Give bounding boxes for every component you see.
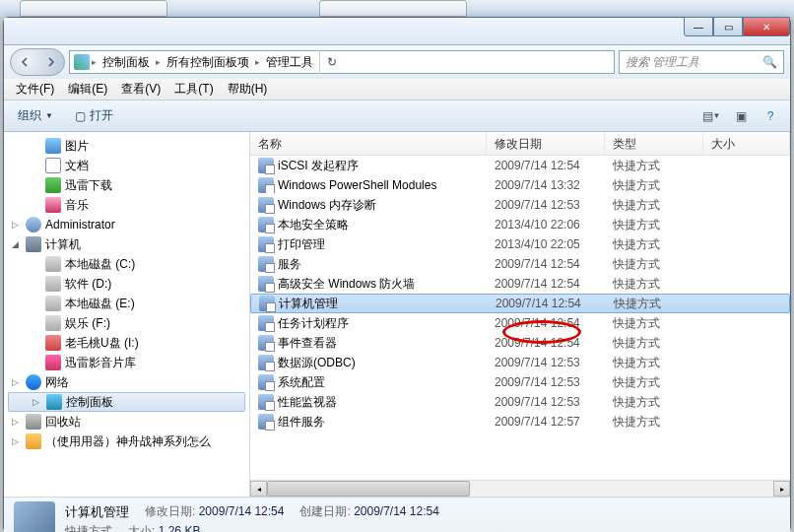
pic-icon (45, 138, 61, 154)
explorer-window: — ▭ ✕ ▸ 控制面板 ▸ 所有控制面板项 ▸ 管理工具 ↻ 搜索 管理工具 … (3, 17, 791, 529)
organize-button[interactable]: 组织 ▼ (12, 105, 59, 126)
file-row[interactable]: 本地安全策略2013/4/10 22:06快捷方式 (250, 215, 790, 234)
expander-icon[interactable]: ▷ (12, 417, 22, 427)
file-date: 2009/7/14 12:53 (487, 375, 605, 389)
breadcrumb[interactable]: ▸ 控制面板 ▸ 所有控制面板项 ▸ 管理工具 ↻ (69, 50, 615, 74)
nav-back-forward[interactable] (10, 48, 65, 76)
shortcut-icon (258, 217, 274, 233)
tree-item[interactable]: 娱乐 (F:) (4, 313, 249, 333)
tree-item[interactable]: 本地磁盘 (E:) (4, 294, 249, 313)
file-type: 快捷方式 (605, 256, 703, 273)
expander-icon[interactable]: ▷ (12, 436, 22, 446)
breadcrumb-item[interactable]: 管理工具 (262, 54, 317, 71)
trash-icon (26, 414, 41, 430)
breadcrumb-item[interactable]: 控制面板 (99, 54, 154, 71)
file-row[interactable]: 数据源(ODBC)2009/7/14 12:53快捷方式 (250, 353, 790, 372)
tree-item[interactable]: ▷控制面板 (8, 392, 245, 412)
refresh-button[interactable]: ↻ (319, 50, 343, 74)
file-row[interactable]: 任务计划程序2009/7/14 12:54快捷方式 (250, 313, 790, 333)
column-size[interactable]: 大小 (703, 132, 790, 155)
file-type: 快捷方式 (605, 197, 703, 214)
column-name[interactable]: 名称 (250, 132, 487, 155)
shortcut-icon (258, 256, 274, 272)
file-date: 2009/7/14 12:57 (487, 415, 605, 429)
expander-icon[interactable]: ◢ (12, 239, 22, 249)
horizontal-scrollbar[interactable]: ◂ ▸ (250, 480, 790, 497)
tree-item[interactable]: ◢计算机 (4, 234, 249, 254)
open-icon: ▢ (75, 109, 86, 123)
file-row[interactable]: 性能监视器2009/7/14 12:53快捷方式 (250, 392, 790, 412)
search-placeholder: 搜索 管理工具 (626, 54, 699, 71)
file-date: 2013/4/10 22:05 (487, 237, 605, 251)
file-name: 任务计划程序 (278, 315, 349, 332)
tree-item[interactable]: ▷（使用用器）神舟战神系列怎么 (4, 432, 249, 451)
shortcut-icon (258, 197, 274, 213)
shortcut-icon (258, 315, 274, 331)
tree-item[interactable]: 迅雷下载 (4, 175, 249, 195)
file-row[interactable]: 打印管理2013/4/10 22:05快捷方式 (250, 234, 790, 254)
minimize-button[interactable]: — (684, 17, 713, 36)
menu-tools[interactable]: 工具(T) (168, 79, 219, 100)
tree-item[interactable]: 图片 (4, 136, 249, 156)
menu-help[interactable]: 帮助(H) (222, 79, 274, 100)
tree-item[interactable]: 软件 (D:) (4, 274, 249, 294)
search-input[interactable]: 搜索 管理工具 🔍 (619, 50, 784, 74)
disk-icon (45, 276, 61, 292)
menu-view[interactable]: 查看(V) (115, 79, 166, 100)
file-date: 2009/7/14 12:53 (487, 198, 605, 212)
scroll-right-icon[interactable]: ▸ (773, 481, 790, 497)
column-date[interactable]: 修改日期 (487, 132, 605, 155)
help-button[interactable]: ? (759, 106, 782, 126)
tree-item[interactable]: 文档 (4, 156, 249, 175)
forward-icon (46, 57, 56, 67)
file-row[interactable]: 高级安全 Windows 防火墙2009/7/14 12:54快捷方式 (250, 274, 790, 294)
tree-item[interactable]: ▷网络 (4, 372, 249, 392)
file-type: 快捷方式 (605, 374, 703, 391)
expander-icon[interactable]: ▷ (12, 377, 22, 387)
titlebar[interactable]: — ▭ ✕ (4, 18, 790, 45)
tree-item[interactable]: 迅雷影音片库 (4, 353, 249, 372)
tree-label: 控制面板 (66, 394, 113, 411)
tree-item[interactable]: 音乐 (4, 195, 249, 215)
close-button[interactable]: ✕ (743, 17, 790, 36)
file-date: 2013/4/10 22:06 (487, 218, 605, 232)
file-row[interactable]: 系统配置2009/7/14 12:53快捷方式 (250, 372, 790, 392)
window-controls: — ▭ ✕ (684, 17, 790, 36)
net-icon (26, 374, 41, 390)
file-type: 快捷方式 (605, 236, 703, 253)
scroll-left-icon[interactable]: ◂ (250, 481, 267, 497)
menu-file[interactable]: 文件(F) (10, 79, 60, 100)
column-type[interactable]: 类型 (605, 132, 703, 155)
file-row[interactable]: 事件查看器2009/7/14 12:54快捷方式 (250, 333, 790, 353)
breadcrumb-item[interactable]: 所有控制面板项 (163, 54, 253, 71)
file-row[interactable]: Windows 内存诊断2009/7/14 12:53快捷方式 (250, 195, 790, 215)
file-name: 系统配置 (278, 374, 325, 391)
scroll-thumb[interactable] (267, 481, 470, 497)
file-row[interactable]: Windows PowerShell Modules2009/7/14 13:3… (250, 175, 790, 195)
file-date: 2009/7/14 12:54 (487, 277, 605, 291)
navigation-pane[interactable]: 图片文档迅雷下载音乐▷Administrator◢计算机本地磁盘 (C:)软件 … (4, 132, 250, 497)
file-date: 2009/7/14 12:54 (487, 316, 605, 330)
expander-icon[interactable]: ▷ (12, 220, 22, 230)
file-row[interactable]: iSCSI 发起程序2009/7/14 12:54快捷方式 (250, 156, 790, 175)
user-icon (26, 217, 41, 233)
expander-icon[interactable]: ▷ (33, 397, 42, 407)
search-icon: 🔍 (762, 55, 777, 69)
file-row[interactable]: 计算机管理2009/7/14 12:54快捷方式 (250, 294, 790, 313)
file-row[interactable]: 服务2009/7/14 12:54快捷方式 (250, 254, 790, 274)
tree-item[interactable]: ▷Administrator (4, 215, 249, 234)
tree-item[interactable]: 本地磁盘 (C:) (4, 254, 249, 274)
open-button[interactable]: ▢ 打开 (69, 105, 119, 126)
menu-edit[interactable]: 编辑(E) (62, 79, 113, 100)
scroll-track[interactable] (267, 481, 773, 497)
file-name: iSCSI 发起程序 (278, 158, 359, 174)
file-type: 快捷方式 (605, 414, 703, 431)
file-row[interactable]: 组件服务2009/7/14 12:57快捷方式 (250, 412, 790, 432)
tree-item[interactable]: ▷回收站 (4, 412, 249, 432)
tree-item[interactable]: 老毛桃U盘 (I:) (4, 333, 249, 353)
shortcut-icon (258, 236, 274, 252)
view-options-button[interactable]: ▤ ▼ (699, 106, 723, 126)
file-type: 快捷方式 (606, 296, 704, 312)
maximize-button[interactable]: ▭ (713, 17, 743, 36)
preview-pane-button[interactable]: ▣ (729, 106, 753, 126)
